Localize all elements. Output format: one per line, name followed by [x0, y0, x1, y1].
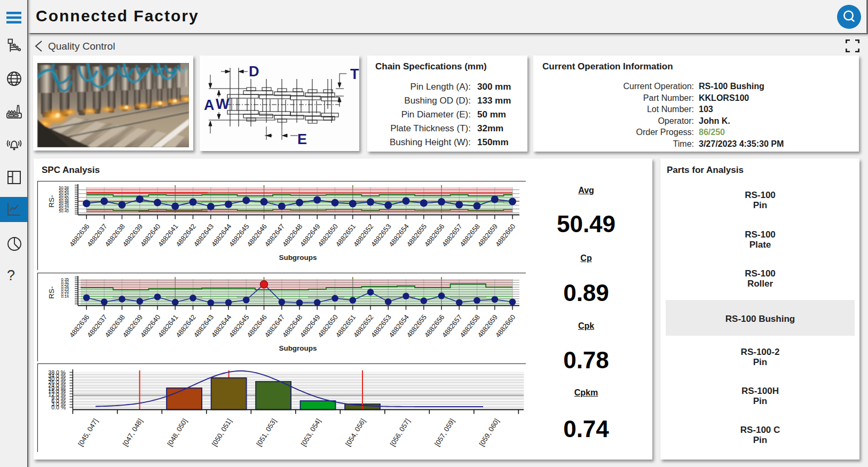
svg-text:D: D: [249, 64, 259, 80]
svg-text:T: T: [350, 66, 359, 82]
svg-text:Subgroups: Subgroups: [279, 254, 317, 262]
svg-text:50.40: 50.40: [59, 209, 69, 213]
svg-text:A: A: [204, 97, 215, 113]
svg-text:0.14: 0.14: [61, 294, 69, 299]
svg-text:W: W: [216, 96, 230, 112]
svg-text:Subgroups: Subgroups: [279, 344, 317, 352]
svg-text:RS-: RS-: [48, 286, 56, 298]
svg-text:0.0 %: 0.0 %: [51, 404, 66, 410]
svg-text:E: E: [297, 131, 307, 147]
svg-text:RS-: RS-: [48, 195, 56, 207]
